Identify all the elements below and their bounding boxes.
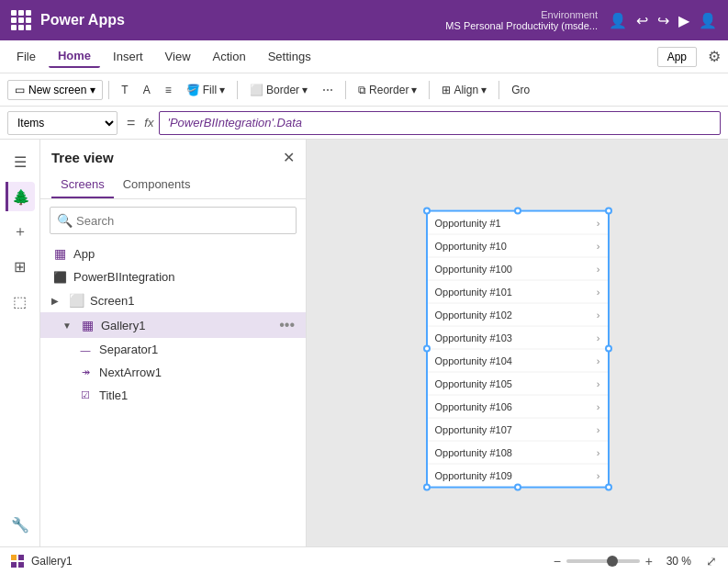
fill-button[interactable]: 🪣 Fill ▾ (180, 81, 231, 99)
zoom-thumb[interactable] (607, 556, 618, 567)
gallery-status-icon (11, 555, 24, 568)
zoom-plus-button[interactable]: + (645, 554, 653, 568)
tree-close-button[interactable]: ✕ (283, 149, 295, 166)
gallery-row[interactable]: Opportunity #107› (428, 418, 608, 441)
border-chevron: ▾ (302, 84, 308, 96)
app-button[interactable]: App (657, 47, 697, 67)
tree-item-nextarrow1[interactable]: ↠ NextArrow1 (40, 361, 306, 384)
rail-menu-icon[interactable]: ☰ (6, 147, 35, 176)
menu-action[interactable]: Action (204, 46, 255, 67)
env-label: Environment (445, 9, 598, 20)
border-button[interactable]: ⬜ Border ▾ (243, 81, 314, 99)
expand-icon[interactable]: ⤢ (706, 554, 717, 568)
handle-tr[interactable] (605, 207, 612, 214)
color-icon: A (143, 84, 151, 96)
menu-view[interactable]: View (156, 46, 200, 67)
gallery1-more-button[interactable]: ••• (279, 317, 295, 333)
gallery-row[interactable]: Opportunity #103› (428, 326, 608, 349)
gallery-row[interactable]: Opportunity #101› (428, 280, 608, 303)
formula-input[interactable] (159, 111, 721, 135)
text-format-button[interactable]: T (115, 81, 134, 99)
toolbar-separator-4 (429, 81, 430, 99)
menu-home[interactable]: Home (49, 45, 100, 68)
canvas[interactable]: Opportunity #1›Opportunity #10›Opportuni… (307, 140, 728, 546)
menu-file[interactable]: File (7, 46, 45, 67)
search-input[interactable] (50, 207, 297, 234)
align-text-button[interactable]: ≡ (159, 81, 178, 99)
toolbar: ▭ New screen ▾ T A ≡ 🪣 Fill ▾ ⬜ Border ▾… (0, 73, 728, 107)
svg-rect-3 (18, 562, 24, 568)
tab-components[interactable]: Components (114, 172, 200, 198)
rail-tools-icon[interactable]: 🔧 (6, 510, 35, 539)
gallery-row[interactable]: Opportunity #10› (428, 234, 608, 257)
new-screen-button[interactable]: ▭ New screen ▾ (7, 80, 103, 100)
tree-item-separator1[interactable]: — Separator1 (40, 338, 306, 361)
formula-bar: Items = fx (0, 107, 728, 140)
user-icon[interactable]: 👤 (609, 12, 627, 29)
more-button[interactable]: ⋯ (316, 81, 340, 99)
reorder-icon: ⧉ (358, 84, 366, 96)
handle-tl[interactable] (423, 207, 431, 214)
handle-bm[interactable] (514, 483, 521, 490)
rail-add-icon[interactable]: ＋ (6, 217, 35, 246)
color-button[interactable]: A (137, 81, 157, 99)
handle-br[interactable] (605, 483, 612, 490)
svg-rect-1 (18, 555, 24, 560)
gallery-icon: ▦ (79, 318, 95, 332)
gallery-row[interactable]: Opportunity #102› (428, 303, 608, 326)
handle-bl[interactable] (423, 483, 431, 490)
gallery-widget[interactable]: Opportunity #1›Opportunity #10›Opportuni… (426, 209, 610, 488)
tree-item-gallery1-label: Gallery1 (101, 319, 274, 332)
menu-insert[interactable]: Insert (104, 46, 152, 67)
screen-icon: ▭ (15, 84, 25, 96)
zoom-slider[interactable] (566, 559, 640, 563)
rail-data-icon[interactable]: ⬚ (6, 287, 35, 316)
settings-icon[interactable]: ⚙ (708, 48, 721, 65)
tree-tabs: Screens Components (40, 172, 306, 199)
tree-item-screen1[interactable]: ▶ ⬜ Screen1 (40, 288, 306, 312)
formula-fx-icon[interactable]: fx (144, 116, 153, 129)
toolbar-separator-3 (345, 81, 346, 99)
tree-item-app-label: App (73, 247, 295, 261)
gallery-row[interactable]: Opportunity #108› (428, 441, 608, 464)
gro-button[interactable]: Gro (505, 81, 536, 99)
tree-item-powerbi[interactable]: ⬛ PowerBIIntegration (40, 265, 306, 288)
gallery-row[interactable]: Opportunity #100› (428, 257, 608, 280)
formula-dropdown[interactable]: Items (7, 111, 118, 135)
tree-item-screen1-label: Screen1 (90, 294, 295, 308)
account-icon[interactable]: 👤 (699, 12, 717, 29)
fill-icon: 🪣 (186, 84, 200, 96)
redo-icon[interactable]: ↪ (657, 12, 669, 29)
toolbar-separator-1 (108, 81, 109, 99)
gallery1-expand-icon: ▼ (62, 321, 73, 331)
undo-icon[interactable]: ↩ (636, 12, 648, 29)
tree-items: ▦ App ⬛ PowerBIIntegration ▶ ⬜ Screen1 ▼… (40, 242, 306, 546)
reorder-button[interactable]: ⧉ Reorder ▾ (352, 81, 423, 99)
gro-label: Gro (511, 84, 530, 96)
tree-item-title1[interactable]: ☑ Title1 (40, 384, 306, 407)
reorder-label: Reorder (369, 84, 409, 96)
waffle-icon[interactable] (11, 10, 31, 30)
tree-item-app[interactable]: ▦ App (40, 242, 306, 265)
tree-item-gallery1[interactable]: ▼ ▦ Gallery1 ••• (40, 312, 306, 338)
menu-settings[interactable]: Settings (259, 46, 320, 67)
gallery-row[interactable]: Opportunity #106› (428, 395, 608, 418)
nextarrow-icon: ↠ (77, 366, 94, 378)
zoom-minus-button[interactable]: − (554, 554, 561, 568)
gallery-row[interactable]: Opportunity #104› (428, 349, 608, 372)
align-button[interactable]: ⊞ Align ▾ (435, 81, 493, 99)
screen1-expand-icon: ▶ (51, 296, 62, 306)
handle-ml[interactable] (423, 345, 431, 353)
tab-screens[interactable]: Screens (51, 172, 114, 198)
zoom-controls: − + 30 % (554, 554, 691, 568)
play-icon[interactable]: ▶ (678, 12, 689, 29)
tree-panel: Tree view ✕ Screens Components 🔍 ▦ App ⬛… (40, 140, 307, 546)
gallery-row[interactable]: Opportunity #105› (428, 372, 608, 395)
handle-mr[interactable] (605, 345, 612, 353)
rail-tree-icon[interactable]: 🌲 (6, 182, 35, 211)
align-text-icon: ≡ (165, 84, 172, 96)
handle-tm[interactable] (514, 207, 521, 214)
rail-controls-icon[interactable]: ⊞ (6, 252, 35, 281)
env-name: MS Personal Productivity (msde... (445, 20, 598, 31)
gallery-row[interactable]: Opportunity #1› (428, 211, 608, 234)
